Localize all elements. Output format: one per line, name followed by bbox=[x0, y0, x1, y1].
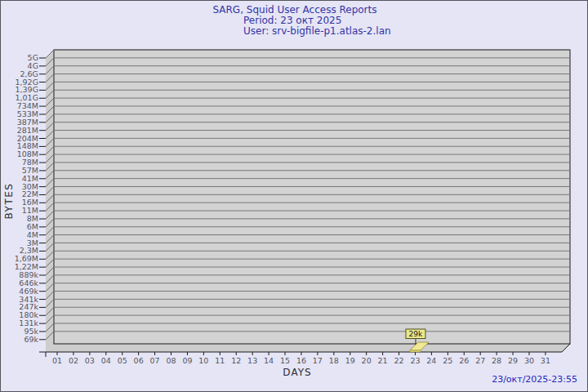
y-axis-tick-labels: 5G4G2,6G1,92G1,39G1,01G734M533M387M281M2… bbox=[15, 53, 39, 344]
x-tick-label: 22 bbox=[394, 356, 403, 365]
x-tick-label: 11 bbox=[215, 356, 225, 365]
x-tick-label: 13 bbox=[247, 356, 257, 365]
x-tick-label: 15 bbox=[280, 356, 290, 365]
x-axis-tick-labels: 0102030405060708091011121314151617181920… bbox=[52, 356, 550, 365]
x-tick-label: 09 bbox=[182, 356, 192, 365]
x-tick-label: 04 bbox=[101, 356, 111, 365]
y-tick-label: 69k bbox=[24, 335, 38, 344]
x-axis-title: DAYS bbox=[283, 367, 311, 378]
x-tick-label: 20 bbox=[362, 356, 372, 365]
generated-timestamp: 23/окт/2025-23:55 bbox=[492, 374, 577, 385]
x-tick-label: 18 bbox=[329, 356, 339, 365]
x-tick-label: 03 bbox=[85, 356, 95, 365]
y-axis-title: BYTES bbox=[3, 183, 15, 220]
x-tick-label: 08 bbox=[166, 356, 176, 365]
sarg-report-page: SARG, Squid User Access Reports Period: … bbox=[0, 0, 588, 392]
x-tick-label: 28 bbox=[492, 356, 501, 365]
x-tick-label: 02 bbox=[69, 356, 78, 365]
x-tick-label: 01 bbox=[52, 356, 62, 365]
x-tick-label: 17 bbox=[313, 356, 323, 365]
x-tick-label: 19 bbox=[345, 356, 355, 365]
bar-value-label: 29k bbox=[409, 330, 423, 338]
y-ticks bbox=[39, 58, 46, 340]
x-tick-label: 07 bbox=[150, 356, 160, 365]
x-tick-label: 31 bbox=[541, 356, 550, 365]
x-tick-label: 16 bbox=[296, 356, 306, 365]
bar-front-face bbox=[410, 350, 421, 352]
x-tick-label: 21 bbox=[378, 356, 388, 365]
x-tick-label: 12 bbox=[231, 356, 241, 365]
x-tick-label: 24 bbox=[426, 356, 436, 365]
back-wall bbox=[54, 50, 570, 344]
x-tick-label: 23 bbox=[410, 356, 420, 365]
x-tick-label: 29 bbox=[508, 356, 518, 365]
bytes-per-day-bar-chart: 5G4G2,6G1,92G1,39G1,01G734M533M387M281M2… bbox=[1, 1, 588, 392]
x-tick-label: 27 bbox=[475, 356, 485, 365]
x-tick-label: 26 bbox=[459, 356, 469, 365]
x-tick-label: 10 bbox=[198, 356, 208, 365]
floor bbox=[46, 344, 570, 352]
x-tick-label: 30 bbox=[524, 356, 534, 365]
x-tick-label: 05 bbox=[118, 356, 127, 365]
x-tick-label: 25 bbox=[443, 356, 452, 365]
x-tick-label: 14 bbox=[264, 356, 274, 365]
x-tick-label: 06 bbox=[134, 356, 144, 365]
